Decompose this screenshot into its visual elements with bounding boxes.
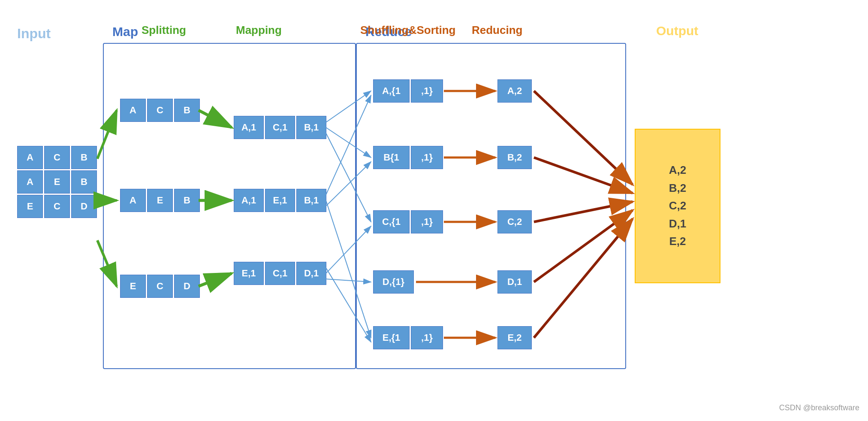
split-cell: D [174, 275, 200, 298]
shuffle-group-c: C,{1 ,1} [373, 210, 443, 233]
shuffle-cell: A,{1 [373, 79, 410, 103]
output-line: C,2 [669, 197, 686, 215]
reducing-label: Reducing [472, 24, 522, 37]
shuffle-group-b: B{1 ,1} [373, 146, 443, 169]
output-line: B,2 [669, 179, 686, 197]
output-line: E,2 [669, 233, 686, 251]
shuffle-cell: D,{1} [373, 270, 414, 294]
input-cell: E [17, 195, 43, 218]
map-group-3: E,1 C,1 D,1 [234, 262, 326, 285]
map-cell: B,1 [296, 116, 326, 139]
shuffle-group-a: A,{1 ,1} [373, 79, 443, 103]
map-group-1: A,1 C,1 B,1 [234, 116, 326, 139]
map-cell: D,1 [296, 262, 326, 285]
shuffle-cell: C,{1 [373, 210, 410, 233]
map-cell: A,1 [234, 116, 264, 139]
split-cell: C [147, 275, 173, 298]
reduce-value: A,2 [497, 79, 532, 103]
reduce-value: B,2 [497, 146, 532, 169]
shuffle-cell: E,{1 [373, 326, 410, 349]
watermark: CSDN @breaksoftware [779, 403, 859, 412]
split-group-3: E C D [120, 275, 200, 298]
reduce-cell-b: B,2 [497, 146, 532, 169]
input-cell: E [44, 170, 70, 194]
map-label: Map [112, 24, 138, 39]
split-cell: A [120, 189, 146, 212]
input-cell: C [44, 146, 70, 169]
shuffle-cell: ,1} [411, 326, 443, 349]
shuffle-cell: B{1 [373, 146, 410, 169]
reduce-cell-c: C,2 [497, 210, 532, 233]
input-cell: A [17, 146, 43, 169]
map-cell: B,1 [296, 189, 326, 212]
shuffle-cell: ,1} [411, 210, 443, 233]
reduce-cell-d: D,1 [497, 270, 532, 294]
split-cell: C [147, 99, 173, 122]
shuffling-label: Shuffling&Sorting [360, 24, 455, 37]
input-cell: C [44, 195, 70, 218]
split-cell: B [174, 99, 200, 122]
split-cell: E [120, 275, 146, 298]
split-group-2: A E B [120, 189, 200, 212]
diagram-container: Input Map Reduce Splitting Mapping Shuff… [0, 0, 868, 421]
reduce-value: C,2 [497, 210, 532, 233]
map-cell: E,1 [265, 189, 295, 212]
splitting-label: Splitting [142, 24, 186, 37]
shuffle-cell: ,1} [411, 146, 443, 169]
input-cell: B [71, 170, 97, 194]
input-label: Input [17, 26, 51, 42]
input-grid: A C B A E B E C D [17, 146, 97, 218]
shuffle-cell: ,1} [411, 79, 443, 103]
split-group-1: A C B [120, 99, 200, 122]
reduce-value: E,2 [497, 326, 532, 349]
map-group-2: A,1 E,1 B,1 [234, 189, 326, 212]
reduce-value: D,1 [497, 270, 532, 294]
map-cell: C,1 [265, 262, 295, 285]
map-cell: E,1 [234, 262, 264, 285]
split-cell: B [174, 189, 200, 212]
input-cell: A [17, 170, 43, 194]
mapping-label: Mapping [236, 24, 282, 37]
output-box: A,2 B,2 C,2 D,1 E,2 [635, 129, 720, 283]
output-line: A,2 [669, 161, 686, 179]
shuffle-group-e: E,{1 ,1} [373, 326, 443, 349]
reduce-cell-e: E,2 [497, 326, 532, 349]
shuffle-group-d: D,{1} [373, 270, 414, 294]
map-cell: C,1 [265, 116, 295, 139]
input-cell: D [71, 195, 97, 218]
output-label: Output [656, 24, 698, 38]
split-cell: A [120, 99, 146, 122]
split-cell: E [147, 189, 173, 212]
output-line: D,1 [669, 215, 686, 233]
map-cell: A,1 [234, 189, 264, 212]
reduce-cell-a: A,2 [497, 79, 532, 103]
input-cell: B [71, 146, 97, 169]
